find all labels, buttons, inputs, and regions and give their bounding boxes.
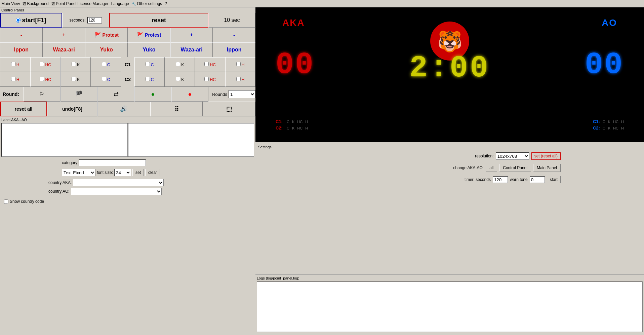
warn-tone-label: warn tone	[510, 177, 528, 182]
menu-language[interactable]: Language	[111, 1, 129, 6]
plus-blue-button[interactable]: +	[170, 28, 213, 42]
rounds-select[interactable]: 1 2 3	[229, 90, 255, 98]
font-row: Text Fixed font size: 34 set clear	[1, 169, 254, 176]
warn-tone-input[interactable]	[530, 176, 545, 183]
c2-h-left[interactable]: H	[0, 72, 30, 87]
protest-blue-button[interactable]: 🚩 Protest	[128, 28, 170, 42]
all-button[interactable]: all	[486, 164, 497, 172]
fontsize-select[interactable]: 34	[114, 169, 131, 176]
set-reset-button[interactable]: set (reset all)	[531, 152, 561, 160]
c2-h-left-check[interactable]	[11, 77, 15, 81]
logs-content[interactable]	[257, 282, 643, 332]
c2-hc-left-check[interactable]	[40, 77, 44, 81]
c1-label: C1	[121, 57, 134, 72]
c2-hc-right[interactable]: HC	[195, 72, 225, 87]
c1-hc-right-check[interactable]	[204, 62, 209, 66]
c2-k-right[interactable]: K	[165, 72, 195, 87]
c2-c-right[interactable]: C	[134, 72, 165, 87]
aka-c-display: C1: C K HC H C2: C K HC H	[276, 119, 308, 132]
timer-settings-row: timer: seconds warn tone start	[258, 176, 641, 183]
plus-red-button[interactable]: +	[43, 28, 85, 42]
c1-k-right-check[interactable]	[176, 62, 180, 66]
c1-hc-left[interactable]: HC	[30, 57, 61, 72]
grid-button[interactable]: ⠿	[150, 102, 203, 116]
c2-hc-left[interactable]: HC	[30, 72, 61, 87]
country-aka-select[interactable]	[73, 179, 164, 186]
menu-license[interactable]: 🖼 Point Panel License Manager	[51, 1, 109, 6]
control-panel-change-button[interactable]: Control Panel	[499, 164, 531, 172]
minus-blue-button[interactable]: -	[213, 28, 255, 42]
c2-h-right-check[interactable]	[236, 77, 241, 81]
start-radio[interactable]	[16, 18, 21, 23]
c1-h-left[interactable]: H	[0, 57, 30, 72]
c1-hc-right[interactable]: HC	[195, 57, 225, 72]
timer-seconds-input[interactable]	[493, 176, 508, 183]
round-icon2-button[interactable]: 🏴	[61, 87, 97, 102]
c2-c-left[interactable]: C	[91, 72, 121, 87]
c1-h-right-check[interactable]	[236, 62, 241, 66]
category-row: category	[1, 159, 254, 166]
start-button[interactable]: start[F1]	[0, 13, 62, 28]
settings-title: Settings	[258, 145, 641, 149]
change-label: change AKA-AO:	[453, 165, 484, 170]
font-select[interactable]: Text Fixed	[62, 169, 95, 176]
c2-k-left-check[interactable]	[72, 77, 76, 81]
main-panel-button[interactable]: Main Panel	[533, 164, 561, 172]
wazaari-red-button[interactable]: Waza-ari	[43, 42, 85, 57]
c1-hc-left-check[interactable]	[40, 62, 44, 66]
label-section: Label AKA - AO category Text Fixed font …	[0, 116, 255, 208]
grid-icon: ⠿	[174, 106, 179, 112]
c1-h-left-check[interactable]	[11, 62, 15, 66]
ippon-red-button[interactable]: Ippon	[0, 42, 43, 57]
reset-button[interactable]: reset	[109, 13, 208, 28]
c2-k-right-check[interactable]	[176, 77, 180, 81]
resolution-row: resolution: 1024x768 800x600 1280x720 19…	[258, 152, 641, 160]
round-icon5-button[interactable]: ●	[171, 87, 208, 102]
undo-button[interactable]: undo[F8]	[47, 102, 97, 116]
c1-c-left-check[interactable]	[102, 62, 106, 66]
yuko-red-button[interactable]: Yuko	[85, 42, 128, 57]
wazaari-blue-button[interactable]: Waza-ari	[170, 42, 213, 57]
ao-label: AO	[602, 17, 617, 28]
c2-c-left-check[interactable]	[102, 77, 106, 81]
reset-all-button[interactable]: reset all	[0, 102, 47, 116]
display-button[interactable]: ⬚	[203, 102, 255, 116]
yuko-blue-button[interactable]: Yuko	[128, 42, 170, 57]
show-country-checkbox[interactable]	[4, 199, 8, 204]
menu-help[interactable]: ?	[165, 1, 167, 6]
round-icon3-button[interactable]: ⇄	[97, 87, 134, 102]
country-ao-select[interactable]	[71, 188, 162, 195]
green-circle-icon: ●	[151, 91, 155, 98]
c1-k-left-check[interactable]	[72, 62, 76, 66]
exchange-icon: ⇄	[114, 91, 119, 98]
c2-c-right-check[interactable]	[146, 77, 150, 81]
label-ao-textarea[interactable]	[128, 123, 254, 157]
c1-k-left[interactable]: K	[61, 57, 91, 72]
sound-button[interactable]: 🔊	[97, 102, 150, 116]
menu-background[interactable]: 🖼 Background	[23, 1, 48, 6]
minus-red-button[interactable]: -	[0, 28, 43, 42]
c1-c-left[interactable]: C	[91, 57, 121, 72]
c2-hc-right-check[interactable]	[204, 77, 209, 81]
seconds-input[interactable]	[87, 17, 102, 24]
round-icon4-button[interactable]: ●	[134, 87, 171, 102]
timer-start-button[interactable]: start	[547, 176, 561, 183]
c2-h-right[interactable]: H	[225, 72, 255, 87]
round-icon1-button[interactable]: 🏳	[24, 87, 61, 102]
resolution-select[interactable]: 1024x768 800x600 1280x720 1920x1080	[496, 152, 529, 160]
clear-font-button[interactable]: clear	[145, 169, 160, 176]
protest-red-button[interactable]: 🚩 Protest	[85, 28, 128, 42]
c1-c-right[interactable]: C	[134, 57, 165, 72]
label-aka-textarea[interactable]	[1, 123, 128, 157]
tensec-button[interactable]: 10 sec	[208, 13, 255, 28]
category-input[interactable]	[79, 159, 146, 166]
ippon-blue-button[interactable]: Ippon	[213, 42, 255, 57]
menu-other-settings[interactable]: 🔧 Other settings	[132, 1, 162, 6]
flag2-icon: 🏴	[75, 91, 83, 98]
set-font-button[interactable]: set	[132, 169, 144, 176]
c1-k-right[interactable]: K	[165, 57, 195, 72]
c2-k-left[interactable]: K	[61, 72, 91, 87]
menu-main-view[interactable]: Main View	[1, 1, 20, 6]
c1-h-right[interactable]: H	[225, 57, 255, 72]
c1-c-right-check[interactable]	[146, 62, 150, 66]
